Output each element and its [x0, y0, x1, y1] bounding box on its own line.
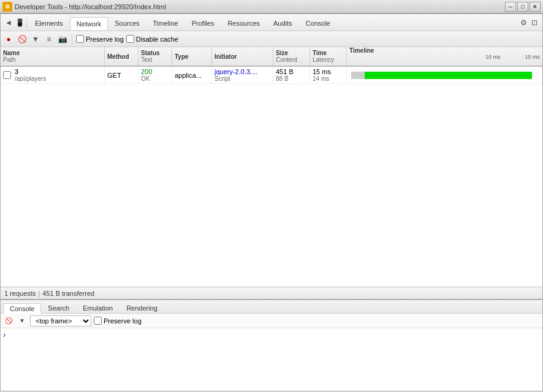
close-button[interactable]: ✕: [530, 2, 541, 12]
device-icon[interactable]: 📱: [14, 17, 25, 28]
header-name-main: Name: [3, 50, 102, 56]
header-name[interactable]: Name Path: [1, 47, 105, 66]
tab-profiles[interactable]: Profiles: [185, 17, 221, 29]
console-preserve-checkbox[interactable]: Preserve log: [94, 317, 142, 325]
minimize-button[interactable]: ─: [505, 2, 516, 12]
tab-resources[interactable]: Resources: [221, 17, 267, 29]
header-type-main: Type: [175, 53, 209, 60]
table-row[interactable]: 3 /api/players GET 200 OK applica... jqu: [1, 67, 542, 84]
network-toolbar: ● 🚫 ▼ ≡ 📷 Preserve log Disable cache: [1, 31, 542, 47]
header-time[interactable]: Time Latency: [310, 47, 347, 66]
header-status-main: Status: [141, 50, 169, 56]
cell-time: 15 ms 14 ms: [310, 67, 347, 83]
header-size[interactable]: Size Content: [273, 47, 310, 66]
cell-name: 3 /api/players: [1, 67, 105, 83]
header-initiator-main: Initiator: [215, 53, 270, 60]
console-preserve-label: Preserve log: [104, 317, 142, 325]
transferred-size: 451 B transferred: [42, 290, 94, 297]
bottom-tab-console[interactable]: Console: [3, 303, 41, 314]
capture-button[interactable]: 📷: [57, 34, 68, 45]
header-status[interactable]: Status Text: [139, 47, 172, 66]
initiator-link[interactable]: jquery-2.0.3....: [215, 68, 270, 75]
console-clear-btn[interactable]: 🚫: [3, 315, 14, 326]
window-controls: ─ □ ✕: [505, 2, 541, 12]
settings-icon[interactable]: ⚙: [518, 17, 529, 28]
prompt-arrow-icon: ›: [3, 331, 6, 339]
cell-type: applica...: [172, 67, 212, 83]
console-toolbar: 🚫 ▼ <top frame> Preserve log: [1, 314, 542, 328]
preserve-log-label: Preserve log: [86, 36, 124, 43]
status-code: 200: [141, 68, 169, 75]
header-initiator[interactable]: Initiator: [212, 47, 273, 66]
disable-cache-input[interactable]: [126, 35, 134, 43]
cell-initiator: jquery-2.0.3.... Script: [212, 67, 273, 83]
bottom-tab-emulation[interactable]: Emulation: [76, 303, 120, 313]
tab-elements[interactable]: Elements: [28, 17, 70, 29]
bottom-tab-rendering[interactable]: Rendering: [120, 303, 164, 313]
requests-count: 1 requests: [4, 290, 36, 297]
filter-button[interactable]: ▼: [30, 34, 41, 45]
back-btn[interactable]: ◄: [3, 17, 14, 28]
tab-audits[interactable]: Audits: [267, 17, 299, 29]
initiator-sub: Script: [215, 75, 270, 82]
titlebar: ⚙ Developer Tools - http://localhost:299…: [0, 0, 543, 13]
record-button[interactable]: ●: [3, 34, 14, 45]
list-view-button[interactable]: ≡: [44, 34, 55, 45]
tab-network[interactable]: Network: [70, 17, 108, 30]
header-method[interactable]: Method: [105, 47, 139, 66]
type-value: applica...: [175, 72, 209, 79]
size-content: 88 B: [276, 75, 307, 82]
bar-receive: [365, 72, 532, 79]
cell-method: GET: [105, 67, 139, 83]
method-value: GET: [107, 72, 135, 79]
console-filter-btn[interactable]: ▼: [17, 315, 28, 326]
bottom-tab-search[interactable]: Search: [41, 303, 76, 313]
console-preserve-input[interactable]: [94, 317, 102, 325]
tick-10ms: 10 ms: [485, 54, 501, 60]
tab-sources[interactable]: Sources: [108, 17, 146, 29]
top-tab-bar: ◄ 📱 Elements Network Sources Timeline Pr…: [1, 14, 542, 31]
bar-wait: [351, 72, 365, 79]
header-timeline[interactable]: Timeline 10 ms 15 ms: [347, 47, 542, 66]
row-path: /api/players: [15, 75, 46, 82]
cell-timeline: [347, 67, 542, 83]
cell-size: 451 B 88 B: [273, 67, 310, 83]
expand-icon[interactable]: ⊡: [529, 17, 540, 28]
toolbar-sep-1: [72, 34, 72, 44]
disable-cache-label: Disable cache: [136, 36, 178, 43]
tab-timeline[interactable]: Timeline: [146, 17, 185, 29]
cell-status: 200 OK: [139, 67, 172, 83]
header-type[interactable]: Type: [172, 47, 212, 66]
timeline-bar: [349, 72, 539, 79]
preserve-log-input[interactable]: [76, 35, 84, 43]
network-statusbar: 1 requests | 451 B transferred: [1, 287, 542, 299]
header-status-sub: Text: [141, 56, 169, 63]
network-table-body: 3 /api/players GET 200 OK applica... jqu: [1, 67, 542, 287]
console-prompt-line[interactable]: ›: [3, 331, 540, 339]
row-number: 3: [15, 68, 46, 75]
tab-console[interactable]: Console: [299, 17, 337, 29]
app-icon: ⚙: [2, 2, 12, 12]
time-value: 15 ms: [313, 68, 344, 75]
header-size-sub: Content: [276, 56, 307, 63]
tab-separator: [26, 18, 27, 28]
bottom-tab-bar: Console Search Emulation Rendering: [1, 300, 542, 314]
preserve-log-checkbox[interactable]: Preserve log: [76, 35, 124, 43]
header-name-sub: Path: [3, 56, 102, 63]
clear-button[interactable]: 🚫: [17, 34, 28, 45]
disable-cache-checkbox[interactable]: Disable cache: [126, 35, 178, 43]
network-table-container: Name Path Method Status Text Type Initia…: [1, 47, 542, 287]
header-method-main: Method: [107, 53, 135, 60]
row-checkbox[interactable]: [3, 71, 11, 79]
header-time-main: Time: [313, 50, 344, 56]
size-value: 451 B: [276, 68, 307, 75]
restore-button[interactable]: □: [517, 2, 528, 12]
header-size-main: Size: [276, 50, 307, 56]
status-text: OK: [141, 75, 169, 82]
timeline-ticks: 10 ms 15 ms: [349, 54, 540, 60]
window-title: Developer Tools - http://localhost:29920…: [15, 3, 503, 10]
frame-selector[interactable]: <top frame>: [30, 315, 91, 326]
status-separator: |: [38, 290, 40, 297]
network-table-header: Name Path Method Status Text Type Initia…: [1, 47, 542, 67]
console-area[interactable]: ›: [1, 328, 542, 391]
